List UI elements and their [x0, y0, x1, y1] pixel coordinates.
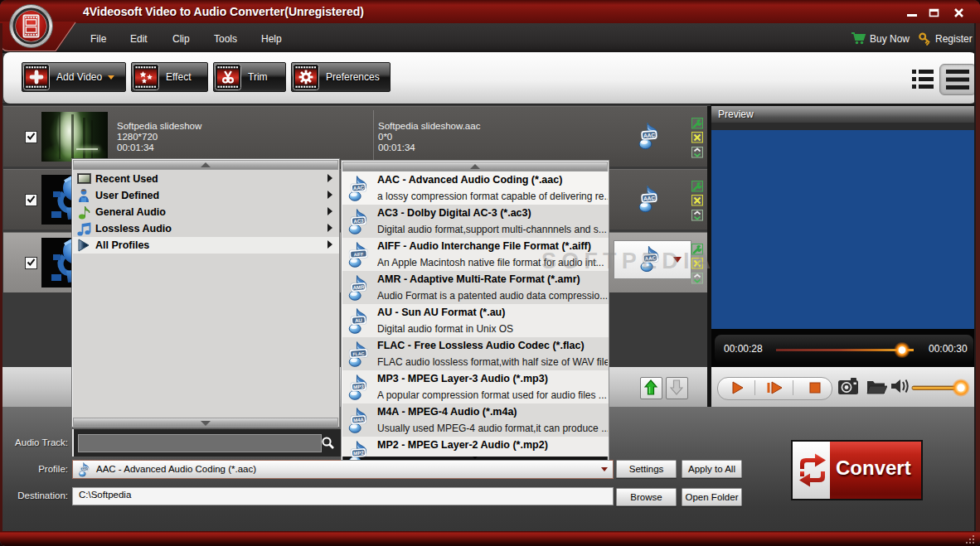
- svg-text:AIFF: AIFF: [353, 251, 364, 257]
- svg-text:AMR: AMR: [352, 283, 365, 290]
- svg-text:AAC: AAC: [353, 184, 365, 191]
- svg-text:FLAC: FLAC: [352, 350, 365, 356]
- svg-text:AU: AU: [355, 317, 363, 324]
- svg-text:M4A: M4A: [353, 416, 365, 423]
- svg-text:AC3: AC3: [353, 217, 364, 224]
- svg-text:AAC: AAC: [643, 132, 656, 138]
- svg-text:MP3: MP3: [353, 383, 365, 389]
- svg-text:MP2: MP2: [353, 449, 365, 456]
- svg-text:AAC: AAC: [81, 467, 88, 471]
- svg-text:AAC: AAC: [643, 195, 656, 201]
